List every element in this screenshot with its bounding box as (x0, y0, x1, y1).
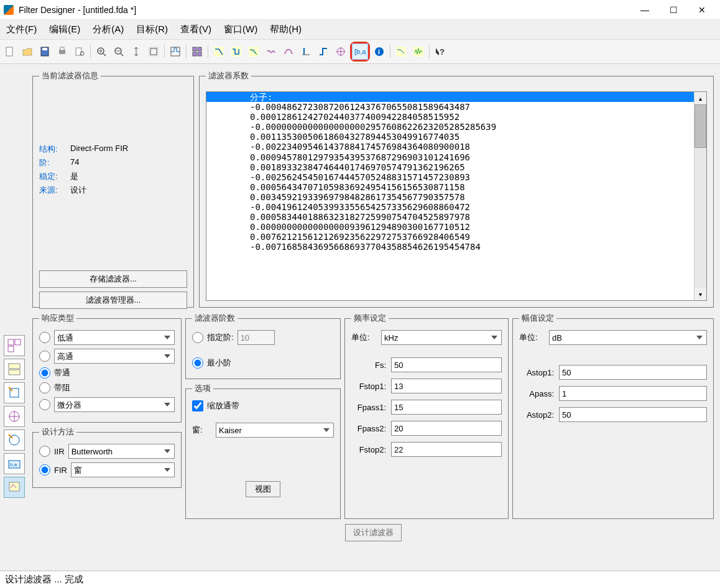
freq-unit-select[interactable]: kHz (381, 330, 502, 345)
options-legend: 选项 (192, 383, 213, 394)
svg-rect-37 (15, 339, 21, 345)
fpass2-input[interactable] (391, 421, 502, 436)
zoom-in-icon[interactable] (93, 44, 109, 60)
min-order-radio[interactable] (192, 357, 203, 369)
menu-help[interactable]: 帮助(H) (267, 22, 304, 37)
zoom-fit-icon[interactable] (145, 44, 162, 60)
scale-passband-label: 缩放通带 (207, 400, 239, 411)
coeff-line: 0.0018933238474644017469705747913621­962… (250, 162, 694, 172)
context-help-icon[interactable]: ? (432, 44, 448, 60)
fstop2-input[interactable] (391, 442, 502, 457)
specify-order-radio[interactable] (192, 332, 203, 343)
svg-rect-20 (193, 52, 196, 56)
menu-window[interactable]: 窗口(W) (221, 22, 260, 37)
lowpass-radio[interactable] (39, 332, 50, 343)
highpass-radio[interactable] (39, 351, 50, 362)
coeff-line: 0.00012861242702440377400942284058515952 (250, 112, 694, 122)
scale-passband-checkbox[interactable] (192, 400, 203, 411)
noise-psd-icon[interactable] (410, 44, 427, 60)
fir-select[interactable]: 窗 (71, 462, 175, 477)
source-value: 设计 (70, 185, 86, 196)
fpass1-input[interactable] (391, 400, 502, 415)
zoom-y-icon[interactable] (128, 44, 144, 60)
svg-rect-19 (198, 47, 201, 51)
step-icon[interactable] (315, 44, 331, 60)
highpass-select[interactable]: 高通 (54, 349, 175, 364)
close-button[interactable]: ✕ (688, 0, 716, 20)
side-btn-5[interactable] (4, 430, 25, 451)
phase-resp-icon[interactable] (228, 44, 244, 60)
iir-label: IIR (54, 447, 65, 456)
open-icon[interactable] (19, 44, 35, 60)
minimize-button[interactable]: — (630, 0, 659, 20)
new-icon[interactable] (2, 44, 18, 60)
apass-input[interactable] (559, 386, 707, 401)
diff-radio[interactable] (39, 399, 50, 410)
full-view-icon[interactable] (189, 44, 205, 60)
filter-coeff-icon[interactable]: [b,a] (352, 44, 368, 60)
phase-delay-icon[interactable] (280, 44, 297, 60)
impulse-icon[interactable] (298, 44, 314, 60)
menu-analyze[interactable]: 分析(A) (90, 22, 126, 37)
scrollbar[interactable]: ▴ ▾ (694, 92, 706, 300)
design-filter-button[interactable]: 设计滤波器 (345, 524, 402, 541)
menu-view[interactable]: 查看(V) (178, 22, 214, 37)
mag-resp-icon[interactable] (211, 44, 227, 60)
scroll-up-icon[interactable]: ▴ (695, 92, 706, 104)
bandstop-radio[interactable] (39, 382, 50, 393)
svg-line-8 (103, 53, 106, 56)
svg-rect-48 (9, 482, 19, 491)
pole-zero-icon[interactable] (333, 44, 349, 60)
filter-info-panel: 当前滤波器信息 结构:Direct-Form FIR 阶:74 稳定:是 来源:… (32, 70, 194, 308)
store-filter-button[interactable]: 存储滤波器... (39, 270, 187, 288)
fs-input[interactable] (391, 357, 502, 372)
side-btn-6[interactable]: b,a (4, 453, 25, 474)
bandpass-radio[interactable] (39, 367, 50, 379)
menu-target[interactable]: 目标(R) (134, 22, 170, 37)
apass-label: Apass: (519, 389, 554, 398)
fstop2-label: Fstop2: (351, 445, 386, 454)
mag-resp-db-icon[interactable] (393, 44, 409, 60)
print-preview-icon[interactable] (72, 44, 88, 60)
print-icon[interactable] (54, 44, 70, 60)
menubar: 文件(F) 编辑(E) 分析(A) 目标(R) 查看(V) 窗口(W) 帮助(H… (0, 20, 720, 39)
iir-radio[interactable] (39, 446, 50, 457)
mag-spec-panel: 幅值设定 单位:dB Astop1: Apass: Astop2: (512, 313, 714, 519)
view-button[interactable]: 视图 (246, 481, 280, 497)
maximize-button[interactable]: ☐ (659, 0, 688, 20)
mag-unit-select[interactable]: dB (549, 330, 707, 345)
iir-select[interactable]: Butterworth (68, 444, 175, 459)
fstop1-input[interactable] (391, 379, 502, 393)
svg-rect-40 (9, 370, 20, 375)
window-select[interactable]: Kaiser (216, 423, 334, 438)
lowpass-select[interactable]: 低通 (54, 330, 175, 345)
svg-text:i: i (378, 48, 380, 55)
side-btn-4[interactable] (4, 406, 25, 427)
scroll-thumb[interactable] (695, 104, 706, 148)
astop1-input[interactable] (559, 365, 707, 380)
menu-edit[interactable]: 编辑(E) (47, 22, 83, 37)
filter-manager-button[interactable]: 滤波器管理器... (39, 292, 187, 309)
mag-phase-icon[interactable] (246, 44, 262, 60)
specify-order-input[interactable] (238, 330, 275, 345)
filter-spec-icon[interactable] (167, 44, 183, 60)
diff-select[interactable]: 微分器 (54, 397, 175, 412)
svg-rect-15 (150, 48, 157, 55)
fir-radio[interactable] (39, 464, 50, 475)
astop2-input[interactable] (559, 407, 707, 422)
side-btn-1[interactable] (4, 335, 25, 356)
side-btn-3[interactable] (4, 382, 25, 403)
scroll-down-icon[interactable]: ▾ (695, 288, 706, 300)
stable-label: 稳定: (39, 171, 70, 182)
design-method-legend: 设计方法 (39, 426, 76, 438)
group-delay-icon[interactable] (263, 44, 279, 60)
side-btn-2[interactable] (4, 359, 25, 380)
side-btn-7[interactable] (4, 477, 25, 498)
zoom-out-icon[interactable] (111, 44, 127, 60)
save-icon[interactable] (37, 44, 53, 60)
coeff-line: -0.0071685843695668693770435885462619­54… (250, 242, 694, 252)
coeff-line: -0.0000000000000000000295760862262320528… (250, 122, 694, 132)
menu-file[interactable]: 文件(F) (4, 22, 39, 37)
mag-spec-legend: 幅值设定 (519, 313, 556, 324)
info-icon[interactable]: i (371, 44, 387, 60)
